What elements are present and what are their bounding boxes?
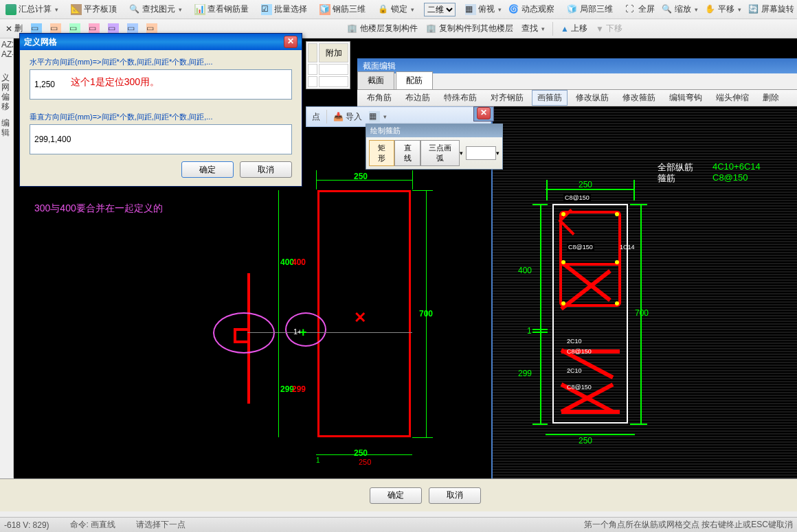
tb2-copyfrom[interactable]: 🏢他楼层复制构件 [344,21,420,36]
tb-rotate[interactable]: 🔄屏幕旋转 [745,2,797,16]
tb2-up[interactable]: ▲ 上移 [558,21,590,36]
property-grid[interactable]: 附加 [306,41,350,89]
sub-hook[interactable]: 编辑弯钩 [664,90,708,106]
red-x-icon: ✕ [354,309,366,327]
tb2-copyto[interactable]: 🏢复制构件到其他楼层 [423,21,516,36]
dialog-close-icon[interactable]: ✕ [284,36,298,48]
horizontal-spacing-input[interactable] [30,69,292,100]
dialog-titlebar[interactable]: 定义网格 ✕ [20,34,302,50]
draw-arc-button[interactable]: 三点画弧 [420,140,460,166]
sub-mod-stir[interactable]: 修改箍筋 [617,90,661,106]
tb-zoom[interactable]: 🔍缩放 [659,2,701,16]
nav-pt[interactable]: 点 [309,110,323,124]
pink-note: 300与400要合并在一起定义的 [34,203,163,215]
dialog-cancel-button[interactable]: 取消 [240,161,292,178]
tb-pan[interactable]: ✋平移 [702,2,744,16]
dlg-note: 这个1是定位300用。 [71,76,159,89]
sub-corner[interactable]: 布角筋 [361,90,397,106]
nav-import[interactable]: 📥 导入 [330,110,365,124]
tb2-down[interactable]: ▼ 下移 [593,21,625,36]
sub-extend[interactable]: 端头伸缩 [710,90,754,106]
pink-ellipse-1 [213,312,275,354]
draw-stirrup-panel: 绘制箍筋 矩形 直线 三点画弧▾ ▾ [366,124,503,170]
section-sub-toolbar: 布角筋 布边筋 特殊布筋 对齐钢筋 画箍筋 修改纵筋 修改箍筋 编辑弯钩 端头伸… [357,90,797,106]
main-toolbar: 汇总计算 📐平齐板顶 🔍查找图元 📊查看钢筋量 ☑批量选择 🧊钢筋三维 🔒锁定 … [0,0,797,19]
status-hint: 第一个角点所在纵筋或网格交点 按右键终止或ESC键取消 [584,519,793,531]
tb-top[interactable]: ▦俯视 [462,2,504,16]
tb-rebar3d[interactable]: 🧊钢筋三维 [317,2,368,16]
nav-more[interactable]: ▦ [366,110,390,124]
draw-line-button[interactable]: 直线 [394,140,420,166]
tb-find[interactable]: 🔍查找图元 [126,2,185,16]
nav-close-wrap: ✕ [473,106,494,122]
tb-rebar-qty[interactable]: 📊查看钢筋量 [192,2,251,16]
sub-align[interactable]: 对齐钢筋 [485,90,529,106]
dlg-label-v: 垂直方向间距(mm)=>间距*个数,间距,间距*个数,间距,... [30,112,292,122]
vertical-spacing-input[interactable] [30,124,292,154]
tb-level[interactable]: 📐平齐板顶 [68,2,120,16]
sub-delete[interactable]: 删除 [757,90,785,106]
tb-lock[interactable]: 🔒锁定 [375,2,417,16]
bottom-ok-button[interactable]: 确定 [370,487,422,504]
bottom-cancel-button[interactable]: 取消 [429,487,481,504]
draw-combo[interactable] [466,146,496,160]
draw-panel-title: 绘制箍筋 [366,124,502,137]
tb-local3d[interactable]: 🧊局部三维 [564,2,616,16]
tb2-find[interactable]: 查找 [519,21,548,36]
view-mode-combo[interactable]: 二维 [424,3,456,16]
sub-mod-long[interactable]: 修改纵筋 [570,90,614,106]
tb-full[interactable]: ⛶全屏 [622,2,658,16]
section-tabs: 截面 配筋 [357,73,797,90]
left-panel: AZ21 AZ- 义网 偏移 编辑 [0,38,14,478]
status-bar: -618 V: 829) 命令: 画直线 请选择下一点 第一个角点所在纵筋或网格… [0,517,797,532]
right-sketch: 全部纵筋 4C10+6C14 箍筋 C8@150 250 C8@150 C8@1… [491,108,797,482]
sub-special[interactable]: 特殊布筋 [438,90,482,106]
draw-rect-button[interactable]: 矩形 [369,140,394,166]
dlg-label-h: 水平方向间距(mm)=>间距*个数,间距,间距*个数,间距,... [30,57,292,67]
tab-section[interactable]: 截面 [357,71,394,89]
tab-rebar[interactable]: 配筋 [396,71,433,89]
sub-stirrup[interactable]: 画箍筋 [532,90,568,106]
sub-edge[interactable]: 布边筋 [400,90,436,106]
dialog-ok-button[interactable]: 确定 [181,161,234,178]
grid-dialog: 定义网格 ✕ 水平方向间距(mm)=>间距*个数,间距,间距*个数,间距,...… [19,33,302,187]
status-prompt: 请选择下一点 [136,519,186,531]
bottom-button-row: 确定 取消 [0,478,797,511]
left-sketch: 300与400要合并在一起定义的 250 700 400 400 299 299… [14,137,481,481]
tb-batch[interactable]: ☑批量选择 [258,2,310,16]
tb-calc[interactable]: 汇总计算 [3,2,61,16]
dialog-title-text: 定义网格 [24,36,57,48]
tb-orbit[interactable]: 🌀动态观察 [506,2,557,16]
nav-close-icon[interactable]: ✕ [477,107,491,119]
status-coord: -618 V: 829) [4,520,49,530]
